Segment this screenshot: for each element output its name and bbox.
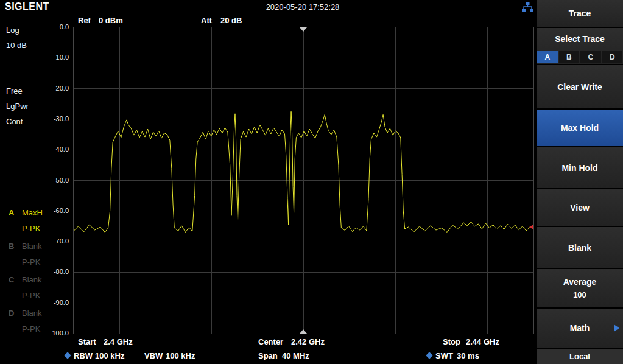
trace-option-d[interactable]: D bbox=[602, 51, 623, 63]
blank-button[interactable]: Blank bbox=[537, 227, 623, 268]
softkey-menu: Trace Select Trace A B C D Clear Write M… bbox=[537, 0, 623, 364]
min-hold-button[interactable]: Min Hold bbox=[537, 147, 623, 188]
stop-label: Stop bbox=[443, 337, 460, 346]
local-button[interactable]: Local bbox=[537, 349, 623, 364]
y-axis-tick: -80.0 bbox=[37, 268, 69, 275]
trace-c-status: CBlank bbox=[9, 275, 42, 284]
stop-value: 2.44 GHz bbox=[466, 337, 499, 346]
ref-value: 0 dBm bbox=[99, 16, 123, 25]
rbw-diamond-icon bbox=[64, 352, 71, 359]
y-axis-tick: -20.0 bbox=[37, 85, 69, 92]
amplitude-scale-label: Log bbox=[6, 26, 19, 35]
vbw-label: VBW bbox=[144, 351, 163, 360]
trace-a-letter: A bbox=[9, 208, 22, 217]
center-freq-marker-top bbox=[300, 27, 307, 32]
rbw-value: 100 kHz bbox=[95, 351, 124, 360]
y-axis-tick: -60.0 bbox=[37, 207, 69, 214]
trace-b-letter: B bbox=[9, 242, 22, 251]
trace-d-mode: Blank bbox=[22, 309, 42, 318]
trace-option-c[interactable]: C bbox=[580, 51, 601, 63]
y-axis-tick: -100.0 bbox=[37, 329, 69, 337]
trace-c-mode: Blank bbox=[22, 275, 42, 284]
trace-c-letter: C bbox=[9, 275, 22, 284]
submenu-arrow-icon bbox=[614, 324, 619, 332]
view-button[interactable]: View bbox=[537, 189, 623, 226]
max-hold-button[interactable]: Max Hold bbox=[537, 110, 623, 146]
swt-value: 30 ms bbox=[457, 351, 479, 360]
trace-a-detector: P-PK bbox=[22, 224, 40, 233]
trace-option-a[interactable]: A bbox=[537, 51, 558, 63]
center-freq-marker-bottom bbox=[300, 329, 307, 334]
trace-option-b[interactable]: B bbox=[559, 51, 580, 63]
sweep-mode-label: Cont bbox=[6, 117, 23, 126]
select-trace-button[interactable]: Select Trace A B C D bbox=[537, 28, 623, 64]
graticule-grid bbox=[74, 27, 533, 334]
math-label: Math bbox=[570, 323, 590, 333]
vbw-value: 100 kHz bbox=[166, 351, 195, 360]
start-value: 2.4 GHz bbox=[104, 337, 133, 346]
y-axis-tick: -50.0 bbox=[37, 177, 69, 184]
y-axis-tick: -90.0 bbox=[37, 299, 69, 306]
power-mode-label: LgPwr bbox=[6, 102, 29, 111]
math-button[interactable]: Math bbox=[537, 309, 623, 348]
trace-b-detector: P-PK bbox=[22, 257, 40, 267]
average-count: 100 bbox=[573, 290, 586, 299]
ref-label: Ref bbox=[78, 16, 91, 25]
average-button[interactable]: Average 100 bbox=[537, 269, 623, 307]
clear-write-button[interactable]: Clear Write bbox=[537, 65, 623, 108]
y-axis-tick: -30.0 bbox=[37, 115, 69, 122]
scale-per-div-label: 10 dB bbox=[6, 41, 27, 50]
trace-selector-row: A B C D bbox=[537, 51, 622, 63]
datetime-display: 2020-05-20 17:52:28 bbox=[230, 2, 376, 12]
span-value: 40 MHz bbox=[282, 351, 309, 360]
spectrum-plot[interactable]: 0.0-10.0-20.0-30.0-40.0-50.0-60.0-70.0-8… bbox=[73, 27, 534, 334]
trigger-mode-label: Free bbox=[6, 86, 23, 96]
trace-d-letter: D bbox=[9, 309, 22, 318]
start-label: Start bbox=[78, 337, 96, 346]
y-axis-tick: -10.0 bbox=[37, 54, 69, 61]
att-value: 20 dB bbox=[220, 16, 242, 25]
center-value: 2.42 GHz bbox=[291, 337, 325, 346]
y-axis-tick: -40.0 bbox=[37, 145, 69, 153]
spectrum-analyzer-screen: SIGLENT 2020-05-20 17:52:28 Log 10 dB Fr… bbox=[0, 0, 623, 364]
select-trace-label: Select Trace bbox=[555, 28, 605, 50]
rbw-label: RBW bbox=[74, 351, 93, 360]
trace-d-status: DBlank bbox=[9, 309, 42, 318]
swt-diamond-icon bbox=[426, 352, 432, 359]
span-label: Span bbox=[258, 351, 278, 360]
center-label: Center bbox=[258, 337, 283, 346]
y-axis-labels: 0.0-10.0-20.0-30.0-40.0-50.0-60.0-70.0-8… bbox=[40, 27, 71, 334]
att-label: Att bbox=[201, 16, 212, 25]
average-label: Average bbox=[563, 277, 597, 287]
swt-label: SWT bbox=[435, 351, 453, 360]
trace-end-marker bbox=[529, 225, 533, 229]
lan-network-icon bbox=[522, 2, 533, 12]
y-axis-tick: 0.0 bbox=[37, 23, 69, 30]
y-axis-tick: -70.0 bbox=[37, 237, 69, 245]
menu-title: Trace bbox=[537, 0, 623, 27]
siglent-logo: SIGLENT bbox=[5, 1, 49, 12]
